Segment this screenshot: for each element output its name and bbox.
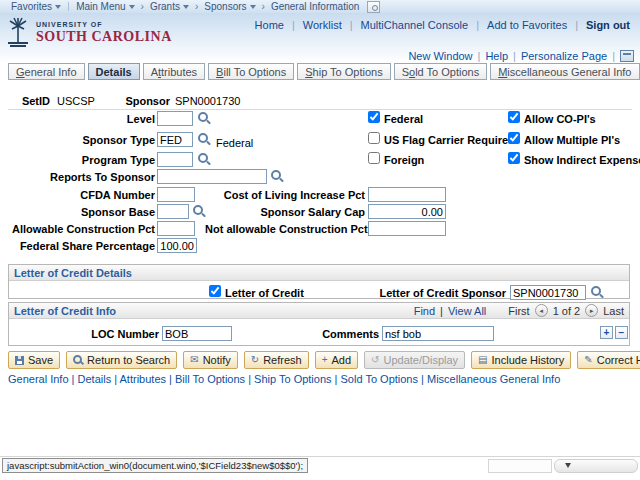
federal-checkbox[interactable]: [368, 111, 380, 123]
sponsor-salary-cap-label: Sponsor Salary Cap: [205, 206, 365, 218]
letter-of-credit-info-group: Letter of Credit Info Find | View All Fi…: [8, 302, 630, 346]
footer-link-ship-to-options[interactable]: Ship To Options: [254, 373, 340, 385]
sponsor-base-label: Sponsor Base: [8, 206, 155, 218]
tab-sold-to-options[interactable]: Sold To Options: [394, 63, 487, 80]
breadcrumb-main-menu[interactable]: Main Menu: [71, 1, 139, 12]
tab-bill-to-options[interactable]: Bill To Options: [208, 63, 294, 80]
breadcrumb-current-label: General Information: [271, 1, 359, 12]
loc-number-input[interactable]: [162, 326, 232, 341]
program-type-input[interactable]: [157, 152, 193, 167]
include-history-button[interactable]: ▤ Include History: [471, 351, 571, 369]
add-button[interactable]: + Add: [315, 351, 358, 369]
delete-row-button[interactable]: −: [615, 326, 628, 339]
sponsor-type-input[interactable]: [157, 132, 193, 147]
personalize-page-link[interactable]: Personalize Page: [516, 50, 612, 62]
reports-to-sponsor-input[interactable]: [157, 169, 267, 184]
grid-pager: Find | View All First ◄ 1 of 2 ► Last: [414, 304, 624, 317]
pager-last-link[interactable]: Last: [603, 305, 624, 317]
letter-of-credit-checkbox[interactable]: [209, 285, 221, 297]
tab-ship-to-options[interactable]: Ship To Options: [297, 63, 390, 80]
include-history-icon: ▤: [478, 355, 487, 365]
breadcrumb-favorites[interactable]: Favorites: [6, 1, 66, 12]
sponsor-value: SPN0001730: [175, 95, 240, 107]
letter-of-credit-details-title: Letter of Credit Details: [14, 267, 132, 279]
chevron-down-icon: [250, 5, 256, 9]
allow-co-pis-checkbox[interactable]: [508, 111, 520, 123]
sign-out-link[interactable]: Sign out: [578, 19, 632, 31]
correct-history-button[interactable]: ✎ Correct History: [577, 351, 640, 369]
allow-co-pis-label: Allow CO-PI's: [524, 113, 596, 125]
notify-button[interactable]: ✉ Notify: [183, 351, 238, 369]
save-button[interactable]: Save: [8, 351, 60, 369]
reports-to-sponsor-lookup-icon[interactable]: [271, 170, 284, 183]
header-nav: Home | Worklist | MultiChannel Console |…: [247, 19, 632, 31]
pager-first-link[interactable]: First: [508, 305, 529, 317]
tab-general-info[interactable]: General Info: [8, 63, 85, 80]
find-link[interactable]: Find: [414, 305, 435, 317]
logo-line1: UNIVERSITY OF: [36, 21, 172, 28]
foreign-checkbox-label: Foreign: [384, 154, 424, 166]
allowable-construction-pct-input[interactable]: [157, 221, 195, 236]
allow-multiple-pis-checkbox[interactable]: [508, 132, 520, 144]
letter-of-credit-sponsor-label: Letter of Credit Sponsor: [364, 287, 506, 299]
program-type-label: Program Type: [8, 154, 155, 166]
footer-link-miscellaneous-general-info[interactable]: Miscellaneous General Info: [427, 373, 560, 385]
federal-share-percentage-input[interactable]: [157, 238, 197, 253]
return-to-search-button[interactable]: Return to Search: [66, 351, 177, 369]
nav-add-to-favorites-link[interactable]: Add to Favorites: [479, 19, 575, 31]
pager-next-icon[interactable]: ►: [585, 304, 598, 317]
comments-label: Comments: [289, 328, 379, 340]
notify-icon: ✉: [190, 355, 198, 365]
level-input[interactable]: [157, 111, 193, 126]
level-lookup-icon[interactable]: [198, 112, 211, 125]
help-link[interactable]: Help: [480, 50, 513, 62]
pager-position: 1 of 2: [553, 305, 581, 317]
letter-of-credit-sponsor-lookup-icon[interactable]: [591, 286, 604, 299]
cost-of-living-increase-pct-input[interactable]: [368, 187, 446, 202]
letter-of-credit-sponsor-input[interactable]: [510, 285, 586, 300]
not-allowable-construction-pct-input[interactable]: [368, 221, 446, 236]
foreign-checkbox[interactable]: [368, 152, 380, 164]
add-row-button[interactable]: +: [600, 326, 613, 339]
palmetto-tree-icon: [6, 16, 30, 50]
footer-link-bill-to-options[interactable]: Bill To Options: [175, 373, 254, 385]
show-indirect-expenses-ffr-checkbox[interactable]: [508, 152, 520, 164]
show-indirect-expenses-ffr-label: Show Indirect Expenses on FFR: [524, 154, 640, 166]
copy-url-icon[interactable]: [620, 50, 634, 62]
new-window-link[interactable]: New Window: [403, 50, 477, 62]
tab-attributes[interactable]: Attributes: [143, 63, 205, 80]
save-icon: [15, 356, 24, 365]
loc-number-label: LOC Number: [59, 328, 159, 340]
nav-multichannel-console-link[interactable]: MultiChannel Console: [353, 19, 477, 31]
tab-miscellaneous-general-info[interactable]: Miscellaneous General Info: [490, 63, 639, 80]
breadcrumb-grants[interactable]: Grants: [145, 1, 194, 12]
breadcrumb-current-page: General Information: [266, 1, 364, 12]
letter-of-credit-details-group: Letter of Credit Details Letter of Credi…: [8, 264, 630, 299]
nav-home-link[interactable]: Home: [247, 19, 292, 31]
footer-link-details[interactable]: Details: [78, 373, 120, 385]
letter-of-credit-info-header: Letter of Credit Info Find | View All Fi…: [9, 303, 629, 319]
pager-previous-icon[interactable]: ◄: [535, 304, 548, 317]
footer-link-sold-to-options[interactable]: Sold To Options: [341, 373, 427, 385]
nav-worklist-link[interactable]: Worklist: [295, 19, 350, 31]
page-bar: New Window | Help | Personalize Page |: [403, 50, 634, 62]
view-all-link[interactable]: View All: [448, 305, 486, 317]
breadcrumb-resize-icon[interactable]: [367, 1, 380, 13]
divider: |: [440, 305, 443, 317]
footer-link-general-info[interactable]: General Info: [8, 373, 78, 385]
cfda-number-input[interactable]: [157, 187, 195, 202]
refresh-button[interactable]: ↻ Refresh: [244, 351, 309, 369]
comments-input[interactable]: [382, 326, 494, 341]
footer-link-attributes[interactable]: Attributes: [120, 373, 175, 385]
not-allowable-construction-pct-label: Not allowable Construction Pct: [205, 223, 365, 235]
us-flag-carrier-required-checkbox[interactable]: [368, 132, 380, 144]
sponsor-type-lookup-icon[interactable]: [198, 133, 211, 146]
status-bar-grip[interactable]: [554, 459, 638, 473]
program-type-lookup-icon[interactable]: [198, 153, 211, 166]
breadcrumb-sponsors[interactable]: Sponsors: [199, 1, 260, 12]
toolbar: Save Return to Search ✉ Notify ↻ Refresh…: [8, 351, 632, 369]
add-icon: +: [322, 355, 328, 365]
sponsor-salary-cap-input[interactable]: [368, 204, 446, 219]
tab-details[interactable]: Details: [88, 63, 140, 80]
sponsor-base-input[interactable]: [157, 204, 189, 219]
